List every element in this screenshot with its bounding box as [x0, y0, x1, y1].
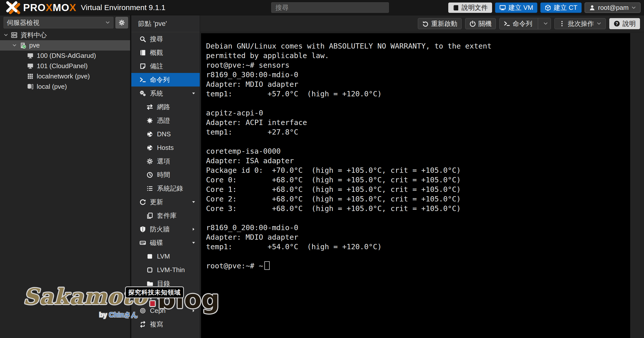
create-ct-button[interactable]: 建立 CT: [540, 3, 582, 13]
server-icon: [10, 32, 18, 38]
terminal-output: Debian GNU/Linux comes with ABSOLUTELY N…: [206, 42, 492, 251]
shutdown-button[interactable]: 關機: [465, 18, 496, 29]
global-search-input[interactable]: [271, 2, 389, 13]
svg-text:?: ?: [616, 21, 618, 26]
cube-icon: [545, 5, 551, 11]
nav-item-14[interactable]: 防火牆: [131, 222, 200, 236]
nav-item-15[interactable]: 磁碟: [131, 236, 200, 249]
seal-icon: [145, 117, 154, 124]
monitor-icon: [499, 5, 506, 11]
resource-tree-panel: 伺服器檢視 資料中心 pve 100 (DNS-AdGarud) 101 (Cl…: [0, 15, 130, 338]
nav-item-5[interactable]: 網路: [131, 100, 200, 114]
terminal-container: Debian GNU/Linux comes with ABSOLUTELY N…: [200, 32, 644, 338]
tree-row-0[interactable]: 資料中心: [0, 30, 130, 40]
resource-tree: 資料中心 pve 100 (DNS-AdGarud) 101 (CloudPan…: [0, 30, 130, 92]
content-panel: 重新啟動 關機 命令列: [200, 15, 644, 338]
tree-row-1[interactable]: pve: [0, 40, 130, 51]
copy-icon: [145, 212, 154, 219]
nav-item-7[interactable]: DNS: [131, 127, 200, 141]
chevron-down-icon: [105, 20, 110, 25]
proxmox-logo-icon: [6, 1, 20, 14]
nav-item-18[interactable]: 目錄: [131, 277, 200, 290]
list-icon: [145, 185, 154, 192]
terminal[interactable]: Debian GNU/Linux comes with ABSOLUTELY N…: [201, 33, 630, 338]
zfs-icon: [145, 294, 154, 301]
terminal-cursor: [264, 261, 270, 270]
brand-wordmark: PROXMOX: [23, 3, 76, 13]
tree-row-5[interactable]: local (pve): [0, 81, 130, 92]
gears-icon: [138, 90, 147, 97]
nav-item-6[interactable]: 憑證: [131, 114, 200, 127]
view-selector[interactable]: 伺服器檢視: [4, 17, 113, 28]
nav-item-3[interactable]: 命令列: [131, 73, 200, 87]
chevron-down-icon: [631, 5, 636, 10]
caret-right-icon: [191, 309, 196, 313]
clock-icon: [145, 172, 154, 178]
exchange-icon: [138, 321, 147, 328]
globe-icon: [145, 131, 154, 138]
terminal-prompt: root@pve:~# ~: [206, 262, 263, 270]
book-icon: [453, 5, 459, 11]
caret-down-icon: [191, 91, 196, 96]
user-icon: [589, 5, 595, 11]
nav-item-10[interactable]: 時間: [131, 168, 200, 182]
globe-icon: [145, 144, 154, 151]
nav-item-8[interactable]: Hosts: [131, 141, 200, 154]
nav-item-12[interactable]: 更新: [131, 195, 200, 209]
monitor-icon: [26, 52, 34, 59]
bulk-actions-button[interactable]: 批次操作: [554, 18, 606, 29]
nav-item-20[interactable]: Ceph: [131, 304, 200, 317]
power-icon: [469, 20, 476, 27]
node-nav: 搜尋 概觀 備註 命令列 系統 網路 憑證 DNS: [131, 32, 200, 331]
storage-icon: [26, 83, 34, 90]
expander-icon[interactable]: [11, 43, 18, 48]
gear-icon: [145, 158, 154, 165]
nav-item-0[interactable]: 搜尋: [131, 32, 200, 46]
create-vm-button[interactable]: 建立 VM: [495, 3, 537, 13]
shell-dropdown-button[interactable]: [541, 18, 551, 29]
version-label: Virtual Environment 9.1.1: [81, 3, 166, 12]
help-button[interactable]: ? 說明: [609, 18, 640, 29]
expander-icon[interactable]: [3, 33, 9, 37]
nav-item-16[interactable]: LVM: [131, 249, 200, 263]
shell-button[interactable]: 命令列: [500, 18, 535, 29]
shell-split-button[interactable]: 命令列: [499, 18, 551, 29]
chevron-down-icon: [543, 21, 548, 26]
grid-icon: [26, 73, 34, 80]
shield-icon: [138, 226, 147, 233]
folder-icon: [145, 280, 154, 287]
restart-icon: [422, 20, 429, 27]
topbar: PROXMOX Virtual Environment 9.1.1 說明文件 建…: [0, 0, 644, 15]
nav-item-17[interactable]: LVM-Thin: [131, 263, 200, 277]
user-menu-button[interactable]: root@pam: [585, 3, 640, 13]
terminal-icon: [138, 76, 147, 83]
nav-item-1[interactable]: 概觀: [131, 46, 200, 59]
nav-item-11[interactable]: 系統記錄: [131, 182, 200, 195]
terminal-text: Debian GNU/Linux comes with ABSOLUTELY N…: [206, 41, 627, 271]
tree-header: 伺服器檢視: [0, 15, 130, 30]
terminal-icon: [504, 20, 510, 27]
monitor-icon: [26, 63, 34, 69]
proxmox-app: PROXMOX Virtual Environment 9.1.1 說明文件 建…: [0, 0, 644, 338]
nav-item-2[interactable]: 備註: [131, 59, 200, 73]
restart-button[interactable]: 重新啟動: [418, 18, 462, 29]
node-title: 節點 'pve': [131, 15, 200, 32]
question-icon: ?: [614, 20, 620, 27]
workspace: 伺服器檢視 資料中心 pve 100 (DNS-AdGarud) 101 (Cl…: [0, 15, 644, 338]
tree-row-3[interactable]: 101 (CloudPanel): [0, 61, 130, 71]
tree-row-4[interactable]: localnetwork (pve): [0, 71, 130, 81]
nav-item-19[interactable]: ZFS: [131, 290, 200, 304]
tree-settings-button[interactable]: [115, 17, 128, 28]
nav-item-13[interactable]: 套件庫: [131, 209, 200, 222]
nav-item-21[interactable]: 複寫: [131, 317, 200, 331]
nav-item-9[interactable]: 選項: [131, 154, 200, 168]
caret-down-icon: [191, 200, 196, 204]
nav-item-4[interactable]: 系統: [131, 87, 200, 100]
square-filled-icon: [145, 253, 154, 260]
caret-right-icon: [191, 227, 196, 231]
building-check-icon: [19, 42, 27, 49]
documentation-button[interactable]: 說明文件: [448, 3, 492, 13]
ceph-icon: [138, 307, 147, 314]
caret-down-icon: [191, 241, 196, 245]
tree-row-2[interactable]: 100 (DNS-AdGarud): [0, 51, 130, 61]
